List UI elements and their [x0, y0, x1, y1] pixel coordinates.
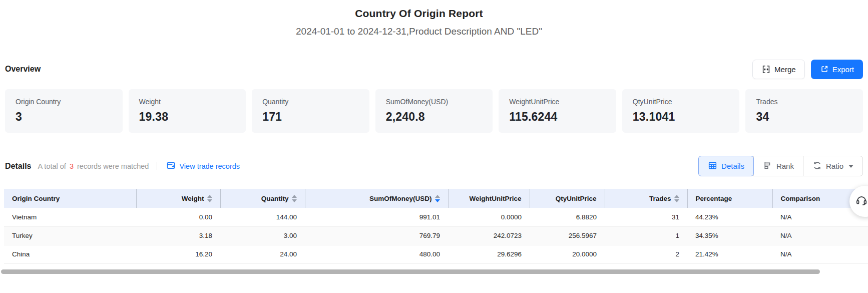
cell-percentage: 34.35%	[687, 226, 772, 245]
overview-heading: Overview	[5, 65, 41, 74]
cell-trades: 2	[605, 245, 687, 263]
card-label: WeightUnitPrice	[509, 98, 606, 106]
sort-desc-caret	[207, 199, 212, 202]
cell-sumofmoney-usd: 480.00	[305, 245, 448, 263]
column-header-label: SumOfMoney(USD)	[369, 195, 432, 202]
cell-weightunitprice: 242.0723	[448, 226, 530, 245]
sort-asc-caret	[435, 195, 440, 198]
cell-sumofmoney-usd: 991.01	[305, 208, 448, 226]
table-header-row: Origin CountryWeightQuantitySumOfMoney(U…	[4, 189, 868, 208]
overview-card-weight: Weight19.38	[129, 89, 246, 133]
sort-asc-caret	[207, 195, 212, 198]
cell-quantity: 3.00	[220, 226, 305, 245]
table-icon	[708, 161, 717, 172]
details-heading: Details	[5, 162, 31, 171]
column-header-weightunitprice: WeightUnitPrice	[448, 189, 530, 208]
merge-button[interactable]: Merge	[752, 60, 805, 79]
view-button-label: Rank	[776, 162, 794, 170]
cell-origin-country: China	[4, 245, 136, 263]
divider	[157, 162, 157, 170]
scrollbar-thumb[interactable]	[1, 269, 820, 274]
cell-percentage: 44.23%	[687, 208, 772, 226]
cell-weight: 3.18	[136, 226, 220, 245]
cell-qtyunitprice: 6.8820	[530, 208, 605, 226]
cell-quantity: 144.00	[220, 208, 305, 226]
card-label: SumOfMoney(USD)	[386, 98, 483, 106]
details-table: Origin CountryWeightQuantitySumOfMoney(U…	[4, 189, 868, 264]
column-header-label: Origin Country	[12, 195, 60, 202]
sort-asc-caret	[674, 195, 679, 198]
overview-bar: Overview Merge Export	[0, 59, 868, 79]
view-button-rank[interactable]: Rank	[753, 156, 803, 176]
details-bar: Details A total of 3 records were matche…	[0, 156, 868, 176]
view-trade-records-link[interactable]: View trade records	[166, 161, 240, 172]
view-button-label: Ratio	[826, 162, 843, 170]
cell-origin-country: Vietnam	[4, 208, 136, 226]
column-header-quantity[interactable]: Quantity	[220, 189, 305, 208]
merge-icon	[761, 65, 771, 74]
export-button-label: Export	[832, 65, 854, 74]
overview-actions: Merge Export	[752, 60, 863, 79]
overview-card-trades: Trades34	[745, 89, 863, 133]
card-value: 19.38	[139, 110, 236, 124]
overview-card-weightunitprice: WeightUnitPrice115.6244	[499, 89, 616, 133]
table-row-turkey: Turkey3.183.00769.79242.0723256.5967134.…	[4, 226, 868, 245]
card-label: Quantity	[262, 98, 359, 106]
match-count: 3	[70, 162, 74, 170]
chevron-down-icon	[848, 165, 853, 168]
card-value: 3	[16, 110, 112, 124]
sort-desc-caret	[674, 199, 679, 202]
export-icon	[820, 65, 829, 74]
card-label: QtyUnitPrice	[633, 98, 729, 106]
column-header-label: Comparison	[781, 195, 820, 202]
match-summary: A total of 3 records were matched	[38, 162, 149, 170]
column-header-trades[interactable]: Trades	[605, 189, 687, 208]
export-button[interactable]: Export	[811, 60, 863, 79]
overview-card-origin-country: Origin Country3	[5, 89, 123, 133]
cell-origin-country: Turkey	[4, 226, 136, 245]
column-header-label: Weight	[182, 195, 204, 202]
sort-icon[interactable]	[292, 195, 297, 202]
column-header-label: Trades	[649, 195, 671, 202]
view-switcher: DetailsRankRatio	[698, 156, 863, 176]
trade-records-icon	[166, 161, 176, 172]
sort-icon[interactable]	[207, 195, 212, 202]
card-value: 171	[262, 110, 359, 124]
view-trade-records-label: View trade records	[179, 162, 240, 170]
match-summary-prefix: A total of	[38, 162, 66, 170]
column-header-qtyunitprice: QtyUnitPrice	[530, 189, 605, 208]
sort-icon[interactable]	[674, 195, 679, 202]
report-header: Country Of Origin Report 2024-01-01 to 2…	[0, 0, 868, 37]
view-button-details[interactable]: Details	[698, 156, 754, 176]
sort-icon[interactable]	[435, 195, 440, 202]
page-subtitle: 2024-01-01 to 2024-12-31,Product Descrip…	[0, 26, 838, 37]
table-row-vietnam: Vietnam0.00144.00991.010.00006.88203144.…	[4, 208, 868, 226]
cell-qtyunitprice: 256.5967	[530, 226, 605, 245]
cell-trades: 1	[605, 226, 687, 245]
merge-button-label: Merge	[774, 65, 796, 74]
cell-comparison: N/A	[772, 245, 868, 263]
card-label: Weight	[139, 98, 236, 106]
view-button-label: Details	[721, 162, 744, 170]
table-row-china: China16.2024.00480.0029.629620.0000221.4…	[4, 245, 868, 263]
ratio-icon	[812, 161, 822, 172]
headset-icon	[855, 194, 868, 209]
page-title: Country Of Origin Report	[0, 8, 838, 20]
overview-cards: Origin Country3Weight19.38Quantity171Sum…	[0, 89, 868, 133]
column-header-label: Quantity	[261, 195, 289, 202]
card-label: Trades	[756, 98, 852, 106]
column-header-weight[interactable]: Weight	[136, 189, 220, 208]
card-value: 34	[756, 110, 852, 124]
cell-weight: 0.00	[136, 208, 220, 226]
column-header-label: Percentage	[696, 195, 732, 202]
horizontal-scrollbar[interactable]	[0, 269, 868, 275]
column-header-percentage: Percentage	[687, 189, 772, 208]
cell-weight: 16.20	[136, 245, 220, 263]
cell-sumofmoney-usd: 769.79	[305, 226, 448, 245]
cell-qtyunitprice: 20.0000	[530, 245, 605, 263]
column-header-sumofmoney-usd[interactable]: SumOfMoney(USD)	[305, 189, 448, 208]
card-value: 13.1041	[633, 110, 729, 124]
view-button-ratio[interactable]: Ratio	[803, 156, 863, 176]
card-value: 115.6244	[509, 110, 606, 124]
match-summary-suffix: records were matched	[77, 162, 149, 170]
